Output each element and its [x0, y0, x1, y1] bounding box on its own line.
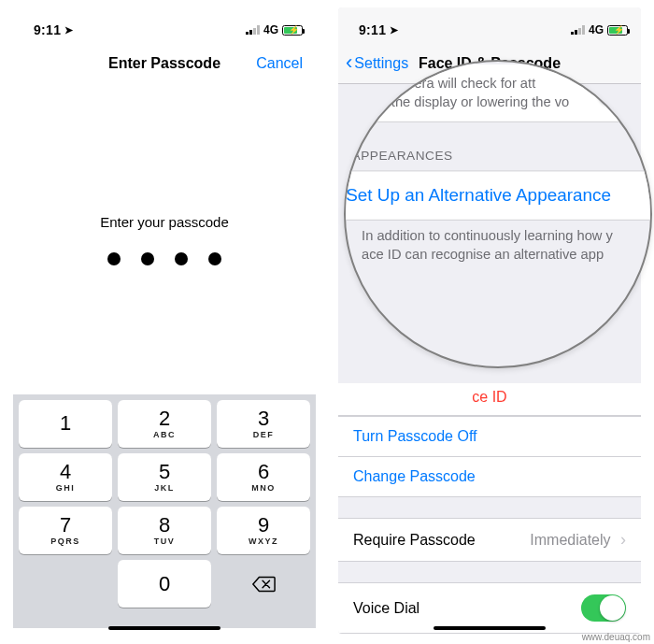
back-button[interactable]: ‹ Settings — [346, 54, 408, 73]
require-passcode[interactable]: Require Passcode Immediately › — [338, 518, 641, 562]
require-passcode-value: Immediately — [530, 532, 610, 548]
location-icon: ➤ — [64, 24, 73, 36]
alt-desc-line1: In addition to continuously learning how… — [362, 227, 613, 243]
set-up-alternative-appearance[interactable]: Set Up an Alternative Appearance — [344, 170, 652, 221]
reset-face-id-partial[interactable]: ce ID — [338, 383, 641, 416]
backspace-key[interactable] — [217, 560, 310, 608]
signal-icon — [246, 25, 260, 35]
change-passcode[interactable]: Change Passcode — [338, 457, 641, 497]
key-5[interactable]: 5JKL — [118, 453, 211, 501]
key-7[interactable]: 7PQRS — [19, 507, 112, 554]
home-indicator[interactable] — [434, 626, 546, 630]
key-blank — [19, 560, 112, 608]
page-title: Enter Passcode — [108, 55, 220, 72]
key-9[interactable]: 9WXYZ — [217, 507, 310, 554]
magnifier-overlay: epth camera will check for att ming the … — [344, 60, 652, 368]
key-6[interactable]: 6MNO — [217, 453, 310, 501]
passcode-dot — [141, 252, 154, 265]
key-3[interactable]: 3DEF — [217, 400, 310, 448]
turn-passcode-off[interactable]: Turn Passcode Off — [338, 416, 641, 457]
passcode-dot — [208, 252, 221, 265]
network-label: 4G — [589, 23, 604, 36]
alt-desc-line2: ace ID can recognise an alternative app — [362, 246, 604, 262]
status-time: 9:11 — [34, 22, 61, 37]
passcode-area: Enter your passcode — [13, 84, 316, 394]
navbar: Enter Passcode Cancel — [13, 43, 316, 84]
status-time: 9:11 — [359, 22, 386, 37]
watermark: www.deuaq.com — [582, 632, 650, 642]
voice-dial-label: Voice Dial — [353, 600, 419, 617]
chevron-right-icon: › — [620, 530, 626, 549]
voice-dial-switch[interactable] — [581, 594, 626, 622]
key-8[interactable]: 8TUV — [118, 507, 211, 554]
key-2[interactable]: 2ABC — [118, 400, 211, 448]
network-label: 4G — [263, 23, 278, 36]
appearances-header: APPEARANCES — [344, 122, 652, 170]
backspace-icon — [251, 575, 276, 594]
numeric-keypad: 1 2ABC 3DEF 4GHI 5JKL 6MNO 7PQRS 8TUV 9W… — [13, 394, 316, 628]
battery-icon: ⚡ — [282, 25, 303, 36]
status-bar: 9:11 ➤ 4G ⚡ — [13, 7, 316, 43]
passcode-dot — [107, 252, 121, 265]
location-icon: ➤ — [390, 24, 398, 36]
passcode-dot — [175, 252, 188, 265]
back-label: Settings — [354, 55, 408, 72]
status-bar: 9:11 ➤ 4G ⚡ — [338, 7, 641, 43]
passcode-prompt: Enter your passcode — [100, 214, 229, 230]
cancel-button[interactable]: Cancel — [256, 55, 303, 72]
key-1[interactable]: 1 — [19, 400, 112, 448]
key-0[interactable]: 0 — [118, 560, 211, 608]
key-4[interactable]: 4GHI — [19, 453, 112, 501]
battery-icon: ⚡ — [607, 25, 628, 36]
chevron-left-icon: ‹ — [346, 52, 352, 73]
signal-icon — [571, 25, 585, 35]
home-indicator[interactable] — [108, 626, 220, 630]
phone-left: 9:11 ➤ 4G ⚡ Enter Passcode Cancel Enter … — [13, 7, 316, 634]
passcode-dots — [107, 252, 221, 265]
